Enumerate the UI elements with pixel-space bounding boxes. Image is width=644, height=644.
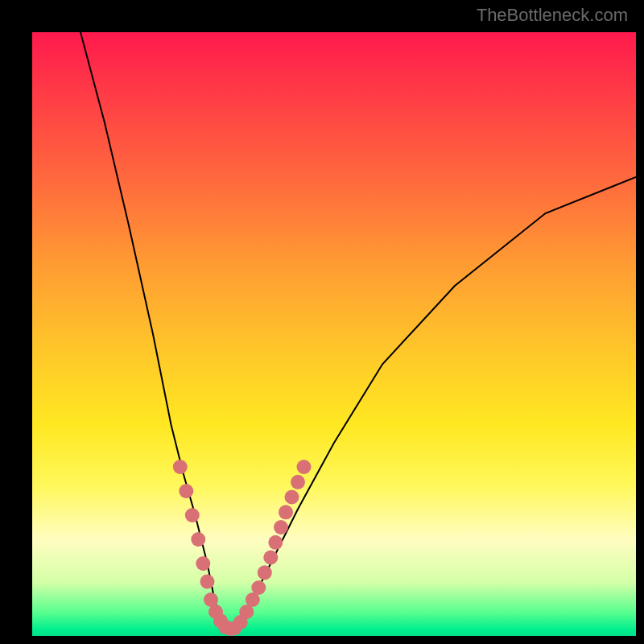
highlight-dot [200,575,215,589]
highlight-dot [258,565,272,580]
highlight-dot [268,535,283,550]
highlight-dot [263,551,278,565]
highlight-dot [185,508,200,522]
dots-group [173,460,312,636]
highlight-dot [196,556,210,571]
chart-svg [32,32,636,636]
highlight-dot [191,532,205,547]
highlight-dot [291,475,305,489]
highlight-dot [251,580,266,595]
watermark-text: TheBottleneck.com [477,5,628,26]
plot-gradient-area [32,32,636,636]
highlight-dot [279,505,293,519]
highlight-dot [297,460,312,474]
highlight-dot [179,484,193,498]
curve-group [80,32,636,630]
highlight-dot [173,460,188,474]
highlight-dot [285,490,299,505]
bottleneck-curve [80,32,636,630]
highlight-dot [274,520,288,535]
